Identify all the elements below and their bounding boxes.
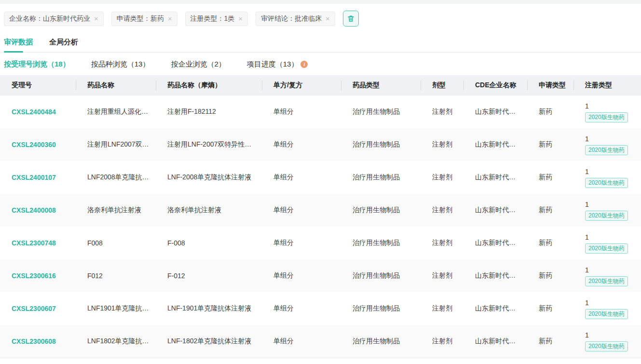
table-row: CXSL2300748 F008 F-008 单组分 治疗用生物制品 注射剂 山… [0,227,641,259]
col-header-dosage-form: 剂型 [421,75,464,95]
close-icon[interactable]: × [168,15,172,22]
review-data-table: 受理号 药品名称 药品名称（摩熵） 单方/复方 药品类型 剂型 CDE企业名称 … [0,75,641,358]
registration-type-number: 1 [585,266,641,274]
application-type-cell: 新药 [527,325,573,358]
filter-tag-label: 申请类型：新药 [117,14,164,23]
subtab-by-acceptance-no[interactable]: 按受理号浏览（18） [4,60,70,69]
drug-type-cell: 治疗用生物制品 [341,292,421,325]
registration-type-cell: 1 2020版生物药 [573,227,641,259]
registration-type-badge: 2020版生物药 [585,112,628,122]
application-type-cell: 新药 [527,95,573,128]
composition-cell: 单组分 [262,227,341,259]
drug-name-cell: 洛奈利单抗注射液 [76,194,156,227]
registration-type-number: 1 [585,135,641,143]
acceptance-no-link[interactable]: CXSL2300608 [12,337,56,345]
tab-label: 审评数据 [4,38,33,46]
close-icon[interactable]: × [326,15,330,22]
drug-type-cell: 治疗用生物制品 [341,128,421,161]
drug-type-cell: 治疗用生物制品 [341,95,421,128]
main-tabs: 审评数据 全局分析 [0,31,641,53]
application-type-cell: 新药 [527,292,573,325]
cde-company-cell: 山东新时代… [464,161,527,194]
top-divider-strip [0,0,641,4]
application-type-cell: 新药 [527,259,573,292]
acceptance-no-link[interactable]: CXSL2300607 [12,305,56,312]
application-type-cell: 新药 [527,161,573,194]
clear-all-filters-button[interactable] [343,11,359,27]
registration-type-badge: 2020版生物药 [585,243,628,254]
acceptance-no-link[interactable]: CXSL2400360 [12,141,56,148]
col-header-registration-type: 注册类型 [573,75,641,95]
table-row: CXSL2400107 LNF2008单克隆抗… LNF-2008单克隆抗体注射… [0,161,641,194]
registration-type-cell: 1 2020版生物药 [573,292,641,325]
filter-tag-label: 企业名称：山东新时代药业 [9,14,90,23]
filter-bar: 企业名称：山东新时代药业 × 申请类型：新药 × 注册类型：1类 × 审评结论：… [0,4,641,31]
drug-name-cell: LNF1802单克隆抗… [76,325,156,358]
drug-type-cell: 治疗用生物制品 [341,194,421,227]
registration-type-badge: 2020版生物药 [585,211,628,221]
filter-tag-application-type[interactable]: 申请类型：新药 × [111,12,177,26]
dosage-form-cell: 注射剂 [421,292,464,325]
registration-type-number: 1 [585,233,641,242]
info-icon[interactable]: i [300,61,308,68]
registration-type-cell: 1 2020版生物药 [573,128,641,161]
acceptance-no-link[interactable]: CXSL2400484 [12,108,56,116]
drug-type-cell: 治疗用生物制品 [341,325,421,358]
registration-type-number: 1 [585,298,641,307]
col-header-acceptance-no: 受理号 [0,75,76,95]
composition-cell: 单组分 [262,128,341,161]
composition-cell: 单组分 [262,95,341,128]
composition-cell: 单组分 [262,259,341,292]
drug-name-moxiang-cell: LNF-2008单克隆抗体注射液 [156,161,262,194]
table-row: CXSL2300608 LNF1802单克隆抗… LNF-1802单克隆抗体注射… [0,325,641,358]
composition-cell: 单组分 [262,194,341,227]
acceptance-no-link[interactable]: CXSL2300616 [12,272,56,280]
drug-name-cell: 注射用LNF2007双… [76,128,156,161]
tab-review-data[interactable]: 审评数据 [4,31,33,52]
close-icon[interactable]: × [238,15,243,22]
registration-type-number: 1 [585,331,641,339]
acceptance-no-link[interactable]: CXSL2300748 [12,239,56,247]
registration-type-badge: 2020版生物药 [585,178,628,188]
acceptance-no-link[interactable]: CXSL2400107 [12,174,56,181]
table-body: CXSL2400484 注射用重组人源化… 注射用F-182112 单组分 治疗… [0,95,641,358]
registration-type-cell: 1 2020版生物药 [573,325,641,358]
sub-tabs: 按受理号浏览（18） 按品种浏览（13） 按企业浏览（2） 项目进度（13） i [0,53,641,75]
cde-company-cell: 山东新时代… [464,227,527,259]
drug-name-moxiang-cell: LNF-1901单克隆抗体注射液 [156,292,262,325]
trash-icon [347,14,355,23]
acceptance-no-link[interactable]: CXSL2400008 [12,206,56,214]
tab-global-analysis[interactable]: 全局分析 [49,31,78,52]
registration-type-cell: 1 2020版生物药 [573,259,641,292]
drug-name-moxiang-cell: 洛奈利单抗注射液 [156,194,262,227]
registration-type-cell: 1 2020版生物药 [573,95,641,128]
registration-type-cell: 1 2020版生物药 [573,194,641,227]
filter-tag-registration-type[interactable]: 注册类型：1类 × [185,12,248,26]
filter-tag-company[interactable]: 企业名称：山东新时代药业 × [4,12,104,26]
composition-cell: 单组分 [262,292,341,325]
drug-name-cell: F008 [76,227,156,259]
subtab-label: 按企业浏览（2） [171,60,225,69]
filter-tag-review-conclusion[interactable]: 审评结论：批准临床 × [256,12,335,26]
composition-cell: 单组分 [262,161,341,194]
subtab-label: 按品种浏览（13） [91,60,150,69]
subtab-project-progress[interactable]: 项目进度（13） i [247,60,308,69]
table-row: CXSL2400484 注射用重组人源化… 注射用F-182112 单组分 治疗… [0,95,641,128]
tab-label: 全局分析 [49,38,78,46]
application-type-cell: 新药 [527,194,573,227]
close-icon[interactable]: × [94,15,98,22]
drug-name-moxiang-cell: F-012 [156,259,262,292]
registration-type-number: 1 [585,102,641,110]
drug-type-cell: 治疗用生物制品 [341,161,421,194]
cde-company-cell: 山东新时代… [464,325,527,358]
col-header-drug-type: 药品类型 [341,75,421,95]
subtab-by-company[interactable]: 按企业浏览（2） [171,60,225,69]
drug-name-cell: 注射用重组人源化… [76,95,156,128]
dosage-form-cell: 注射剂 [421,161,464,194]
table-row: CXSL2400360 注射用LNF2007双… 注射用LNF-2007双特异性… [0,128,641,161]
subtab-by-variety[interactable]: 按品种浏览（13） [91,60,150,69]
drug-name-cell: LNF2008单克隆抗… [76,161,156,194]
col-header-cde-company: CDE企业名称 [464,75,527,95]
col-header-drug-name: 药品名称 [76,75,156,95]
dosage-form-cell: 注射剂 [421,128,464,161]
